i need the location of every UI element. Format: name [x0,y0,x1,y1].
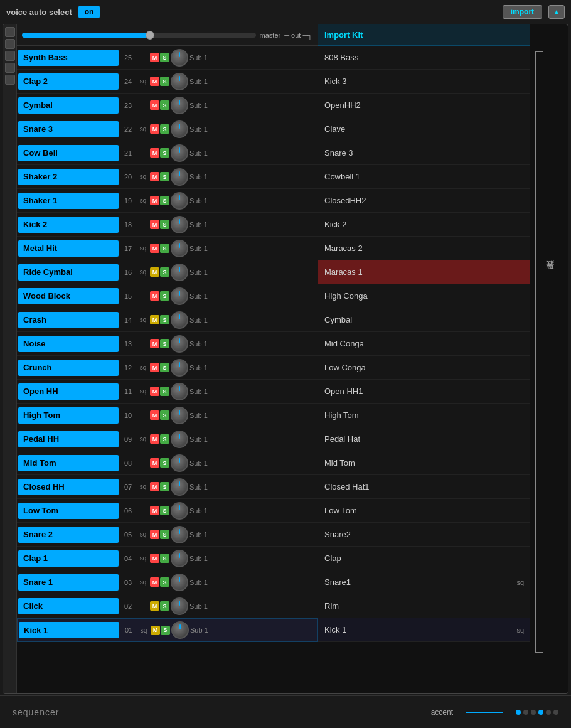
import-row-20[interactable]: Snare2 [318,523,530,547]
master-slider[interactable] [22,33,256,38]
mute-btn-10[interactable]: M [150,291,159,301]
solo-btn-6[interactable]: S [160,196,169,205]
solo-btn-9[interactable]: S [160,267,169,277]
import-row-13[interactable]: Low Conga [318,356,530,380]
solo-btn-4[interactable]: S [160,148,169,158]
mute-btn-5[interactable]: M [150,172,159,181]
import-row-7[interactable]: Kick 2 [318,213,530,237]
import-row-14[interactable]: Open HH1 [318,380,530,404]
import-row-15[interactable]: High Tom [318,404,530,427]
import-row-19[interactable]: Low Tom [318,499,530,523]
mute-btn-19[interactable]: M [150,506,159,515]
solo-btn-11[interactable]: S [160,315,169,324]
import-row-2[interactable]: OpenHH2 [318,94,530,117]
mute-btn-22[interactable]: M [150,577,159,587]
import-row-11[interactable]: Cymbal [318,308,530,332]
mute-btn-11[interactable]: M [150,315,159,324]
import-row-0[interactable]: 808 Bass [318,46,530,70]
mute-btn-17[interactable]: M [150,458,159,468]
mute-btn-20[interactable]: M [150,530,159,539]
solo-btn-1[interactable]: S [160,77,169,86]
channel-name-23[interactable]: Click [18,598,119,614]
import-row-21[interactable]: Clap [318,547,530,570]
knob-15[interactable] [171,407,188,424]
import-row-5[interactable]: Cowbell 1 [318,165,530,189]
mute-btn-12[interactable]: M [150,339,159,348]
import-row-12[interactable]: Mid Conga [318,332,530,356]
mute-btn-21[interactable]: M [150,554,159,563]
channel-name-4[interactable]: Cow Bell [18,145,119,161]
solo-btn-17[interactable]: S [160,458,169,468]
knob-16[interactable] [171,431,188,448]
channel-name-9[interactable]: Ride Cymbal [18,264,119,281]
mute-btn-23[interactable]: M [150,601,159,611]
mute-btn-24[interactable]: M [151,626,160,635]
mute-btn-16[interactable]: M [150,434,159,444]
solo-btn-22[interactable]: S [160,577,169,587]
solo-btn-19[interactable]: S [160,506,169,515]
knob-0[interactable] [171,49,188,67]
knob-9[interactable] [171,264,188,281]
solo-btn-21[interactable]: S [160,554,169,563]
import-arrow-button[interactable]: ▲ [548,5,565,19]
mute-btn-3[interactable]: M [150,124,159,134]
solo-btn-8[interactable]: S [160,244,169,253]
mute-btn-1[interactable]: M [150,77,159,86]
channel-name-0[interactable]: Synth Bass [18,50,119,66]
channel-name-12[interactable]: Noise [18,336,119,352]
strip-btn-5[interactable] [5,75,15,85]
knob-23[interactable] [171,597,188,615]
strip-btn-4[interactable] [5,63,15,73]
on-button[interactable]: on [78,6,100,18]
knob-20[interactable] [171,526,188,543]
strip-btn-1[interactable] [5,27,15,37]
import-row-23[interactable]: Rim [318,594,530,618]
import-row-22[interactable]: Snare1 sq [318,570,530,594]
channel-name-15[interactable]: High Tom [18,407,119,424]
knob-17[interactable] [171,454,188,472]
mute-btn-13[interactable]: M [150,363,159,372]
channel-name-7[interactable]: Kick 2 [18,217,119,233]
channel-name-6[interactable]: Shaker 1 [18,193,119,209]
knob-10[interactable] [171,287,188,305]
channel-name-18[interactable]: Closed HH [18,479,119,495]
knob-24[interactable] [171,621,189,639]
mute-btn-6[interactable]: M [150,196,159,205]
mute-btn-7[interactable]: M [150,220,159,229]
knob-7[interactable] [171,216,188,233]
import-row-24[interactable]: Kick 1 sq [318,618,530,642]
knob-4[interactable] [171,144,188,162]
solo-btn-23[interactable]: S [160,601,169,611]
mute-btn-8[interactable]: M [150,244,159,253]
solo-btn-14[interactable]: S [160,387,169,396]
knob-8[interactable] [171,240,188,257]
knob-19[interactable] [171,502,188,520]
channel-name-20[interactable]: Snare 2 [18,527,119,543]
channel-name-17[interactable]: Mid Tom [18,455,119,471]
mute-btn-4[interactable]: M [150,148,159,158]
strip-btn-3[interactable] [5,51,15,61]
solo-btn-7[interactable]: S [160,220,169,229]
knob-22[interactable] [171,574,188,591]
channel-name-1[interactable]: Clap 2 [18,73,119,90]
solo-btn-2[interactable]: S [160,100,169,110]
mute-btn-0[interactable]: M [150,53,159,62]
mute-btn-15[interactable]: M [150,410,159,420]
knob-18[interactable] [171,478,188,496]
channel-name-24[interactable]: Kick 1 [19,622,119,638]
solo-btn-0[interactable]: S [160,53,169,62]
solo-btn-18[interactable]: S [160,482,169,491]
knob-13[interactable] [171,359,188,377]
knob-11[interactable] [171,311,188,329]
mute-btn-18[interactable]: M [150,482,159,491]
import-row-3[interactable]: Clave [318,117,530,141]
import-row-8[interactable]: Maracas 2 [318,237,530,260]
knob-5[interactable] [171,168,188,186]
knob-3[interactable] [171,120,188,138]
import-row-10[interactable]: High Conga [318,284,530,308]
channel-name-13[interactable]: Crunch [18,360,119,376]
solo-btn-15[interactable]: S [160,410,169,420]
solo-btn-16[interactable]: S [160,434,169,444]
mute-btn-14[interactable]: M [150,387,159,396]
import-row-16[interactable]: Pedal Hat [318,427,530,451]
